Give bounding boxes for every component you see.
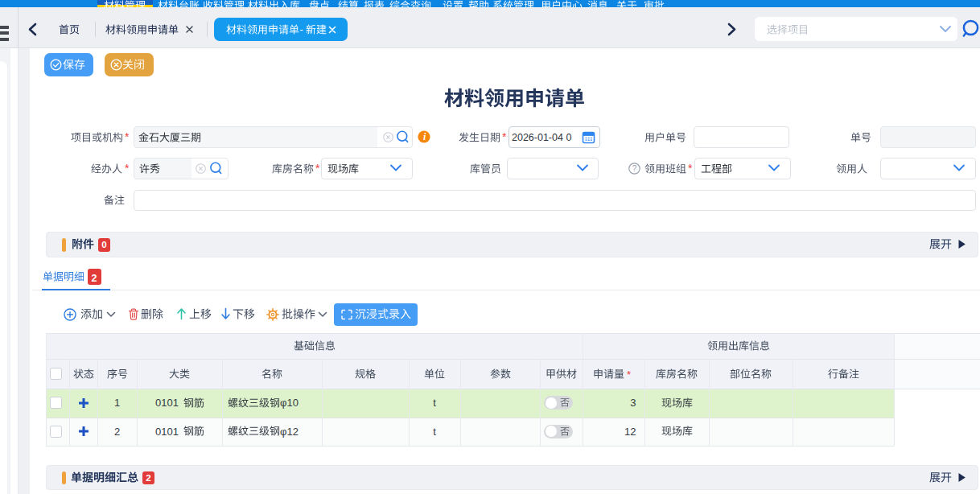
svg-text:?: ? — [632, 164, 637, 173]
